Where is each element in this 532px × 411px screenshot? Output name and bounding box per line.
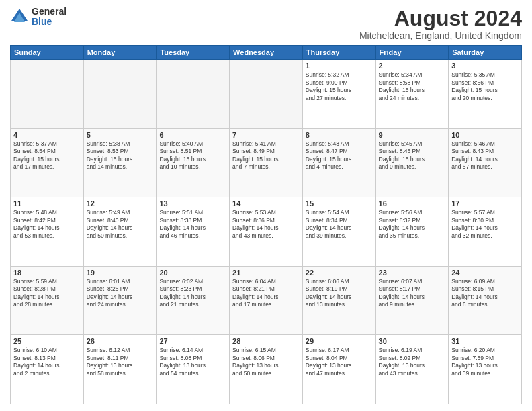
logo-general-label: General bbox=[32, 7, 66, 17]
day-info: Sunrise: 5:46 AM Sunset: 8:43 PM Dayligh… bbox=[451, 140, 519, 171]
logo-text: General Blue bbox=[32, 7, 66, 28]
day-number: 10 bbox=[451, 131, 519, 139]
day-info: Sunrise: 5:59 AM Sunset: 8:28 PM Dayligh… bbox=[13, 278, 81, 309]
table-row bbox=[230, 60, 303, 129]
day-number: 24 bbox=[451, 269, 519, 277]
month-title: August 2024 bbox=[359, 7, 522, 30]
table-row: 4Sunrise: 5:37 AM Sunset: 8:54 PM Daylig… bbox=[11, 128, 84, 197]
day-info: Sunrise: 5:40 AM Sunset: 8:51 PM Dayligh… bbox=[159, 140, 226, 171]
day-number: 13 bbox=[159, 199, 226, 208]
table-row: 28Sunrise: 6:15 AM Sunset: 8:06 PM Dayli… bbox=[230, 335, 303, 404]
table-row: 27Sunrise: 6:14 AM Sunset: 8:08 PM Dayli… bbox=[157, 335, 230, 404]
day-info: Sunrise: 5:56 AM Sunset: 8:32 PM Dayligh… bbox=[379, 209, 446, 240]
day-info: Sunrise: 5:57 AM Sunset: 8:30 PM Dayligh… bbox=[451, 209, 519, 240]
header-sunday: Sunday bbox=[11, 46, 84, 60]
day-info: Sunrise: 5:45 AM Sunset: 8:45 PM Dayligh… bbox=[379, 140, 446, 171]
day-info: Sunrise: 6:07 AM Sunset: 8:17 PM Dayligh… bbox=[379, 278, 446, 309]
table-row: 29Sunrise: 6:17 AM Sunset: 8:04 PM Dayli… bbox=[302, 335, 375, 404]
day-info: Sunrise: 6:02 AM Sunset: 8:23 PM Dayligh… bbox=[159, 278, 226, 309]
day-info: Sunrise: 6:14 AM Sunset: 8:08 PM Dayligh… bbox=[159, 347, 226, 377]
table-row: 26Sunrise: 6:12 AM Sunset: 8:11 PM Dayli… bbox=[83, 335, 157, 404]
day-info: Sunrise: 5:37 AM Sunset: 8:54 PM Dayligh… bbox=[13, 140, 81, 171]
table-row: 25Sunrise: 6:10 AM Sunset: 8:13 PM Dayli… bbox=[11, 335, 84, 404]
table-row: 7Sunrise: 5:41 AM Sunset: 8:49 PM Daylig… bbox=[230, 128, 303, 197]
table-row: 10Sunrise: 5:46 AM Sunset: 8:43 PM Dayli… bbox=[449, 128, 522, 197]
table-row: 5Sunrise: 5:38 AM Sunset: 8:53 PM Daylig… bbox=[83, 128, 157, 197]
day-number: 9 bbox=[379, 131, 446, 139]
header-thursday: Thursday bbox=[302, 46, 375, 60]
table-row bbox=[83, 60, 157, 129]
logo-icon bbox=[10, 7, 29, 26]
day-number: 17 bbox=[451, 199, 519, 208]
day-info: Sunrise: 5:34 AM Sunset: 8:58 PM Dayligh… bbox=[379, 71, 446, 102]
day-number: 23 bbox=[379, 269, 446, 277]
day-number: 4 bbox=[13, 131, 81, 139]
day-info: Sunrise: 5:53 AM Sunset: 8:36 PM Dayligh… bbox=[232, 209, 300, 240]
day-number: 8 bbox=[306, 131, 373, 139]
day-info: Sunrise: 5:48 AM Sunset: 8:42 PM Dayligh… bbox=[13, 209, 81, 240]
day-number: 1 bbox=[306, 62, 373, 70]
day-info: Sunrise: 6:15 AM Sunset: 8:06 PM Dayligh… bbox=[232, 347, 300, 377]
header-friday: Friday bbox=[375, 46, 449, 60]
day-info: Sunrise: 6:06 AM Sunset: 8:19 PM Dayligh… bbox=[306, 278, 373, 309]
table-row: 6Sunrise: 5:40 AM Sunset: 8:51 PM Daylig… bbox=[157, 128, 230, 197]
day-number: 27 bbox=[159, 337, 226, 345]
day-number: 16 bbox=[379, 199, 446, 208]
table-row: 30Sunrise: 6:19 AM Sunset: 8:02 PM Dayli… bbox=[375, 335, 449, 404]
table-row: 31Sunrise: 6:20 AM Sunset: 7:59 PM Dayli… bbox=[449, 335, 522, 404]
day-number: 26 bbox=[87, 337, 154, 345]
day-number: 3 bbox=[451, 62, 519, 70]
day-info: Sunrise: 6:09 AM Sunset: 8:15 PM Dayligh… bbox=[451, 278, 519, 309]
day-number: 15 bbox=[306, 199, 373, 208]
day-info: Sunrise: 6:04 AM Sunset: 8:21 PM Dayligh… bbox=[232, 278, 300, 309]
day-info: Sunrise: 6:01 AM Sunset: 8:25 PM Dayligh… bbox=[87, 278, 154, 309]
day-number: 2 bbox=[379, 62, 446, 70]
day-number: 21 bbox=[232, 269, 300, 277]
day-info: Sunrise: 5:51 AM Sunset: 8:38 PM Dayligh… bbox=[159, 209, 226, 240]
day-number: 14 bbox=[232, 199, 300, 208]
table-row: 23Sunrise: 6:07 AM Sunset: 8:17 PM Dayli… bbox=[375, 266, 449, 335]
calendar-week-row: 11Sunrise: 5:48 AM Sunset: 8:42 PM Dayli… bbox=[11, 197, 522, 267]
day-number: 28 bbox=[232, 337, 300, 345]
header-wednesday: Wednesday bbox=[230, 46, 303, 60]
day-info: Sunrise: 6:19 AM Sunset: 8:02 PM Dayligh… bbox=[379, 347, 446, 377]
table-row: 1Sunrise: 5:32 AM Sunset: 9:00 PM Daylig… bbox=[302, 60, 375, 129]
table-row: 15Sunrise: 5:54 AM Sunset: 8:34 PM Dayli… bbox=[302, 197, 375, 267]
table-row: 9Sunrise: 5:45 AM Sunset: 8:45 PM Daylig… bbox=[375, 128, 449, 197]
header-saturday: Saturday bbox=[449, 46, 522, 60]
table-row: 24Sunrise: 6:09 AM Sunset: 8:15 PM Dayli… bbox=[449, 266, 522, 335]
day-number: 6 bbox=[159, 131, 226, 139]
table-row: 3Sunrise: 5:35 AM Sunset: 8:56 PM Daylig… bbox=[449, 60, 522, 129]
header-tuesday: Tuesday bbox=[157, 46, 230, 60]
day-number: 31 bbox=[451, 337, 519, 345]
header-monday: Monday bbox=[83, 46, 157, 60]
table-row: 19Sunrise: 6:01 AM Sunset: 8:25 PM Dayli… bbox=[83, 266, 157, 335]
table-row: 21Sunrise: 6:04 AM Sunset: 8:21 PM Dayli… bbox=[230, 266, 303, 335]
table-row: 18Sunrise: 5:59 AM Sunset: 8:28 PM Dayli… bbox=[11, 266, 84, 335]
day-number: 30 bbox=[379, 337, 446, 345]
calendar-week-row: 1Sunrise: 5:32 AM Sunset: 9:00 PM Daylig… bbox=[11, 60, 522, 129]
table-row: 11Sunrise: 5:48 AM Sunset: 8:42 PM Dayli… bbox=[11, 197, 84, 267]
day-info: Sunrise: 5:49 AM Sunset: 8:40 PM Dayligh… bbox=[87, 209, 154, 240]
day-info: Sunrise: 5:54 AM Sunset: 8:34 PM Dayligh… bbox=[306, 209, 373, 240]
logo: General Blue bbox=[10, 7, 66, 28]
day-info: Sunrise: 6:17 AM Sunset: 8:04 PM Dayligh… bbox=[306, 347, 373, 377]
title-area: August 2024 Mitcheldean, England, United… bbox=[359, 7, 522, 41]
table-row: 22Sunrise: 6:06 AM Sunset: 8:19 PM Dayli… bbox=[302, 266, 375, 335]
table-row: 8Sunrise: 5:43 AM Sunset: 8:47 PM Daylig… bbox=[302, 128, 375, 197]
calendar-week-row: 18Sunrise: 5:59 AM Sunset: 8:28 PM Dayli… bbox=[11, 266, 522, 335]
table-row: 20Sunrise: 6:02 AM Sunset: 8:23 PM Dayli… bbox=[157, 266, 230, 335]
day-number: 5 bbox=[87, 131, 154, 139]
day-info: Sunrise: 5:41 AM Sunset: 8:49 PM Dayligh… bbox=[232, 140, 300, 171]
day-number: 11 bbox=[13, 199, 81, 208]
table-row: 16Sunrise: 5:56 AM Sunset: 8:32 PM Dayli… bbox=[375, 197, 449, 267]
logo-blue-label: Blue bbox=[32, 17, 66, 27]
day-info: Sunrise: 6:20 AM Sunset: 7:59 PM Dayligh… bbox=[451, 347, 519, 377]
day-info: Sunrise: 5:43 AM Sunset: 8:47 PM Dayligh… bbox=[306, 140, 373, 171]
table-row: 17Sunrise: 5:57 AM Sunset: 8:30 PM Dayli… bbox=[449, 197, 522, 267]
table-row: 2Sunrise: 5:34 AM Sunset: 8:58 PM Daylig… bbox=[375, 60, 449, 129]
day-number: 20 bbox=[159, 269, 226, 277]
calendar-week-row: 25Sunrise: 6:10 AM Sunset: 8:13 PM Dayli… bbox=[11, 335, 522, 404]
day-number: 7 bbox=[232, 131, 300, 139]
day-number: 18 bbox=[13, 269, 81, 277]
